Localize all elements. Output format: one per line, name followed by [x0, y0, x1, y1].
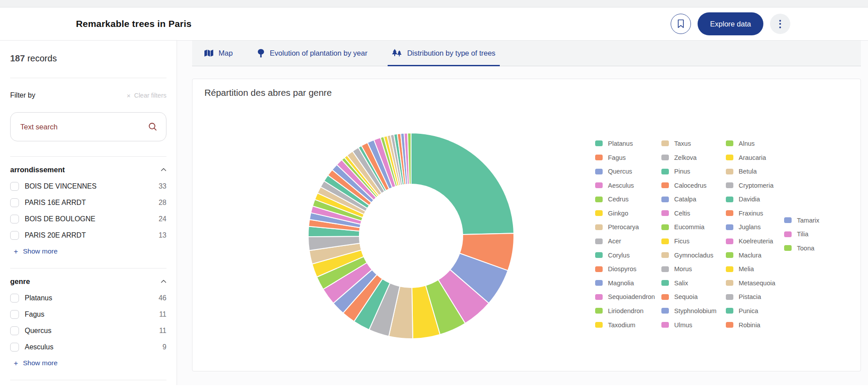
search-icon[interactable]: [148, 122, 157, 131]
legend-label: Sequoiadendron: [608, 293, 655, 300]
chevron-up-icon[interactable]: [161, 168, 166, 171]
legend-label: Taxus: [674, 140, 691, 147]
legend-item[interactable]: Pinus: [661, 167, 726, 176]
legend-item[interactable]: Ulmus: [661, 320, 726, 330]
legend-item[interactable]: Tilia: [784, 229, 837, 239]
legend-item[interactable]: Catalpa: [661, 194, 726, 204]
legend-item[interactable]: Melia: [726, 264, 784, 274]
legend-item[interactable]: Cryptomeria: [726, 181, 784, 190]
clear-filters-button[interactable]: × Clear filters: [127, 92, 166, 99]
legend-item[interactable]: Gymnocladus: [661, 250, 726, 260]
checkbox[interactable]: [10, 215, 19, 223]
legend-item[interactable]: Pistacia: [726, 292, 784, 302]
legend-label: Liriodendron: [608, 307, 644, 314]
legend-swatch: [661, 252, 669, 258]
legend-item[interactable]: Sequoiadendron: [595, 292, 661, 302]
legend-item[interactable]: Acer: [595, 236, 661, 246]
legend-item[interactable]: Cedrus: [595, 194, 661, 204]
facet-option[interactable]: Platanus46: [10, 292, 166, 304]
legend-item[interactable]: Toona: [784, 243, 837, 253]
legend-item[interactable]: Platanus: [595, 139, 661, 148]
checkbox[interactable]: [10, 343, 19, 352]
legend-swatch: [726, 280, 733, 286]
legend-label: Alnus: [739, 140, 755, 147]
legend-item[interactable]: Fraxinus: [726, 208, 784, 218]
legend-label: Juglans: [739, 223, 761, 231]
legend-item[interactable]: Taxus: [661, 139, 726, 148]
legend-item[interactable]: Taxodium: [595, 320, 661, 330]
legend-item[interactable]: Salix: [661, 278, 726, 288]
legend-label: Fraxinus: [739, 210, 763, 217]
legend-item[interactable]: Sequoia: [661, 292, 726, 302]
tab-evolution-of-plantation-by-year[interactable]: Evolution of plantation by year: [257, 41, 367, 66]
checkbox[interactable]: [10, 294, 19, 303]
legend-item[interactable]: Alnus: [726, 139, 784, 148]
legend-label: Ulmus: [674, 322, 692, 329]
checkbox[interactable]: [10, 231, 19, 240]
legend-swatch: [661, 155, 669, 160]
checkbox[interactable]: [10, 182, 19, 191]
legend-item[interactable]: Morus: [661, 264, 726, 274]
facet-option[interactable]: Quercus11: [10, 325, 166, 337]
legend-swatch: [726, 140, 733, 146]
legend-item[interactable]: Tamarix: [784, 216, 837, 225]
legend-swatch: [595, 182, 603, 188]
legend-item[interactable]: Celtis: [661, 208, 726, 218]
checkbox[interactable]: [10, 198, 19, 207]
legend-label: Gymnocladus: [674, 252, 713, 259]
view-tabs: MapEvolution of plantation by yearDistri…: [192, 41, 861, 66]
legend-item[interactable]: Fagus: [595, 153, 661, 163]
legend-item[interactable]: Metasequoia: [726, 278, 784, 288]
legend-item[interactable]: Corylus: [595, 250, 661, 260]
facet-option[interactable]: Aesculus9: [10, 341, 166, 353]
legend-item[interactable]: Robinia: [726, 320, 784, 330]
legend-swatch: [595, 294, 603, 300]
legend-item[interactable]: Ginkgo: [595, 208, 661, 218]
legend-item[interactable]: Quercus: [595, 167, 661, 176]
legend-item[interactable]: Koelreuteria: [726, 236, 784, 246]
facet-option[interactable]: PARIS 20E ARRDT13: [10, 229, 166, 242]
legend-swatch: [784, 231, 792, 237]
show-more-button[interactable]: +Show more: [14, 357, 57, 369]
legend-item[interactable]: Aesculus: [595, 181, 661, 190]
tab-distribution-by-type-of-trees[interactable]: Distribution by type of trees: [392, 41, 495, 66]
legend-column: PlatanusFagusQuercusAesculusCedrusGinkgo…: [595, 139, 661, 334]
chevron-up-icon[interactable]: [161, 280, 166, 283]
legend-item[interactable]: Davidia: [726, 194, 784, 204]
legend-item[interactable]: Pterocarya: [595, 222, 661, 232]
legend-item[interactable]: Zelkova: [661, 153, 726, 163]
legend-item[interactable]: Eucommia: [661, 222, 726, 232]
legend-item[interactable]: Magnolia: [595, 278, 661, 288]
legend-item[interactable]: Diospyros: [595, 264, 661, 274]
tree-icon: [257, 49, 264, 57]
legend-item[interactable]: Maclura: [726, 250, 784, 260]
legend-item[interactable]: Calocedrus: [661, 181, 726, 190]
facet-option-label: BOIS DE VINCENNES: [25, 182, 97, 190]
search-input[interactable]: [19, 122, 148, 132]
donut-slice-platanus[interactable]: [411, 133, 514, 235]
facet-option[interactable]: BOIS DE VINCENNES33: [10, 180, 166, 193]
facet-option[interactable]: BOIS DE BOULOGNE24: [10, 213, 166, 225]
legend-label: Tamarix: [797, 217, 819, 224]
facet-option-count: 9: [162, 343, 166, 351]
records-summary: 187 records: [10, 53, 166, 64]
legend-item[interactable]: Styphnolobium: [661, 306, 726, 316]
legend-item[interactable]: Liriodendron: [595, 306, 661, 316]
checkbox[interactable]: [10, 310, 19, 319]
facet-option[interactable]: PARIS 16E ARRDT28: [10, 197, 166, 209]
checkbox[interactable]: [10, 326, 19, 335]
show-more-button[interactable]: +Show more: [14, 246, 57, 257]
text-search-box[interactable]: [10, 112, 166, 141]
explore-data-button[interactable]: Explore data: [698, 12, 763, 35]
legend-label: Koelreuteria: [739, 238, 773, 245]
legend-swatch: [726, 224, 733, 230]
facet-option[interactable]: Fagus11: [10, 308, 166, 321]
bookmark-button[interactable]: [671, 14, 691, 34]
legend-item[interactable]: Betula: [726, 167, 784, 176]
legend-item[interactable]: Punica: [726, 306, 784, 316]
legend-item[interactable]: Ficus: [661, 236, 726, 246]
legend-item[interactable]: Araucaria: [726, 153, 784, 163]
legend-item[interactable]: Juglans: [726, 222, 784, 232]
more-options-button[interactable]: [770, 14, 790, 34]
tab-map[interactable]: Map: [204, 41, 233, 66]
